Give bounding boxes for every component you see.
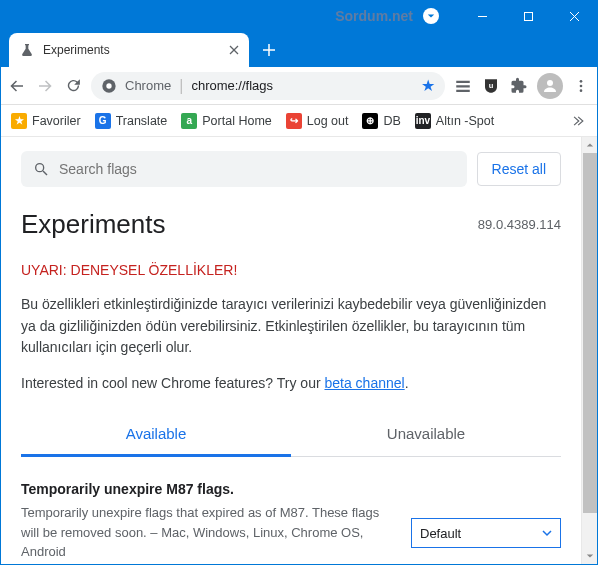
omnibox-separator: |: [179, 77, 183, 95]
new-tab-button[interactable]: [255, 36, 283, 64]
chevron-down-icon: [542, 528, 552, 538]
dropdown-circle-icon[interactable]: [423, 8, 439, 24]
watermark-text: Sordum.net: [335, 8, 413, 24]
scroll-up-arrow[interactable]: [582, 137, 597, 153]
beta-channel-link[interactable]: beta channel: [324, 375, 404, 391]
svg-point-18: [36, 164, 44, 172]
ublock-icon[interactable]: u: [481, 76, 501, 96]
flag-state-select[interactable]: Default: [411, 518, 561, 548]
bookmark-favoriler[interactable]: ★Favoriler: [11, 113, 81, 129]
vertical-scrollbar[interactable]: [581, 137, 597, 564]
reload-button[interactable]: [63, 76, 83, 96]
warning-text: UYARI: DENEYSEL ÖZELLİKLER!: [21, 262, 561, 278]
bookmark-db[interactable]: ⊕DB: [362, 113, 400, 129]
flags-tabs: Available Unavailable: [21, 413, 561, 457]
back-button[interactable]: [7, 76, 27, 96]
flag-title: Temporarily unexpire M87 flags.: [21, 481, 395, 497]
tab-close-icon[interactable]: [229, 45, 239, 55]
svg-rect-1: [524, 12, 532, 20]
address-bar[interactable]: Chrome | chrome://flags ★: [91, 72, 445, 100]
warning-body: Bu özellikleri etkinleştirdiğinizde tara…: [21, 294, 561, 359]
page-content: Reset all 89.0.4389.114 Experiments UYAR…: [1, 137, 581, 564]
search-flags-box[interactable]: [21, 151, 467, 187]
browser-tab[interactable]: Experiments: [9, 33, 249, 67]
window-titlebar: Sordum.net: [1, 1, 597, 31]
tab-unavailable[interactable]: Unavailable: [291, 413, 561, 456]
extensions-puzzle-icon[interactable]: [509, 76, 529, 96]
window-maximize-button[interactable]: [505, 1, 551, 31]
omnibox-url: chrome://flags: [191, 78, 413, 93]
reset-all-button[interactable]: Reset all: [477, 152, 561, 186]
svg-point-14: [547, 80, 553, 86]
window-minimize-button[interactable]: [459, 1, 505, 31]
bookmark-star-icon[interactable]: ★: [421, 76, 435, 95]
scroll-down-arrow[interactable]: [582, 548, 597, 564]
omnibox-chip-label: Chrome: [125, 78, 171, 93]
flask-icon: [19, 42, 35, 58]
scroll-thumb[interactable]: [583, 153, 597, 513]
chrome-icon: [101, 78, 117, 94]
chrome-version: 89.0.4389.114: [478, 217, 561, 232]
bookmark-logout[interactable]: ↪Log out: [286, 113, 349, 129]
bookmarks-bar: ★Favoriler GTranslate aPortal Home ↪Log …: [1, 105, 597, 137]
flag-item: Temporarily unexpire M87 flags. Temporar…: [21, 481, 561, 564]
svg-text:u: u: [489, 81, 494, 90]
svg-rect-11: [456, 85, 470, 87]
beta-prompt: Interested in cool new Chrome features? …: [21, 375, 561, 391]
navigation-toolbar: Chrome | chrome://flags ★ u: [1, 67, 597, 105]
svg-rect-12: [456, 89, 470, 91]
flag-description: Temporarily unexpire flags that expired …: [21, 503, 395, 562]
bookmark-altin-spot[interactable]: invAltın -Spot: [415, 113, 494, 129]
search-icon: [33, 161, 49, 177]
forward-button[interactable]: [35, 76, 55, 96]
profile-avatar[interactable]: [537, 73, 563, 99]
svg-point-17: [580, 89, 583, 92]
search-flags-input[interactable]: [59, 161, 455, 177]
bookmarks-overflow-icon[interactable]: [567, 111, 587, 131]
tab-title: Experiments: [43, 43, 221, 57]
menu-dots-icon[interactable]: [571, 76, 591, 96]
svg-line-19: [43, 171, 47, 175]
tab-available[interactable]: Available: [21, 413, 291, 457]
svg-point-16: [580, 84, 583, 87]
extension-icon-1[interactable]: [453, 76, 473, 96]
bookmark-portal-home[interactable]: aPortal Home: [181, 113, 271, 129]
svg-point-15: [580, 80, 583, 83]
svg-rect-10: [456, 80, 470, 82]
svg-point-9: [106, 83, 111, 88]
tabstrip: Experiments: [1, 31, 597, 67]
bookmark-translate[interactable]: GTranslate: [95, 113, 168, 129]
window-close-button[interactable]: [551, 1, 597, 31]
